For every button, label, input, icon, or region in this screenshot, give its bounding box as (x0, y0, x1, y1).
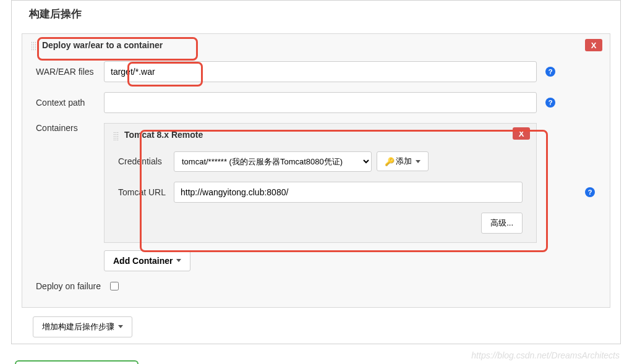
add-post-build-step-button[interactable]: 增加构建后操作步骤 (33, 316, 132, 337)
delete-step-button[interactable]: X (585, 39, 602, 51)
drag-handle-icon[interactable] (31, 41, 37, 50)
containers-row: Containers X Tomcat 8.x Remote Credentia… (22, 118, 610, 276)
war-files-label: WAR/EAR files (36, 67, 104, 77)
add-credentials-button[interactable]: 🔑 添加 (377, 151, 429, 171)
context-path-label: Context path (36, 98, 104, 108)
credentials-row: Credentials tomcat/****** (我的云服务器Tomcat8… (105, 146, 536, 177)
deploy-on-failure-row: Deploy on failure (22, 276, 610, 296)
help-icon[interactable]: ? (585, 187, 595, 197)
chevron-down-icon (118, 325, 123, 328)
deploy-on-failure-checkbox[interactable] (110, 282, 119, 290)
container-title-bar[interactable]: Tomcat 8.x Remote (105, 124, 536, 146)
help-icon[interactable]: ? (545, 67, 555, 77)
green-highlight-partial (15, 360, 139, 364)
key-icon: 🔑 (385, 157, 395, 166)
help-icon[interactable]: ? (545, 98, 555, 108)
context-path-row: Context path ? (22, 87, 610, 118)
add-cred-label: 添加 (396, 156, 412, 167)
credentials-label: Credentials (118, 156, 174, 166)
containers-content: X Tomcat 8.x Remote Credentials tomcat/*… (104, 123, 537, 271)
chevron-down-icon (176, 259, 181, 262)
chevron-down-icon (416, 160, 421, 163)
deploy-on-failure-label: Deploy on failure (36, 281, 110, 291)
tomcat-container-box: X Tomcat 8.x Remote Credentials tomcat/*… (104, 123, 537, 242)
tomcat-url-row: Tomcat URL (105, 177, 536, 208)
container-title: Tomcat 8.x Remote (124, 130, 203, 140)
watermark-text: https://blog.csdn.net/DreamsArchitects (471, 350, 620, 360)
section-title: 构建后操作 (29, 7, 620, 21)
drag-handle-icon[interactable] (113, 132, 119, 140)
tomcat-url-input[interactable] (174, 182, 523, 203)
deploy-title: Deploy war/ear to a container (42, 40, 163, 50)
add-container-button[interactable]: Add Container (104, 250, 190, 271)
deploy-container-step: X Deploy war/ear to a container WAR/EAR … (22, 33, 610, 308)
post-build-panel: 构建后操作 X Deploy war/ear to a container WA… (11, 0, 621, 344)
war-files-input[interactable] (104, 61, 537, 82)
containers-label: Containers (36, 123, 104, 133)
tomcat-url-label: Tomcat URL (118, 187, 174, 197)
advanced-button[interactable]: 高级... (481, 213, 523, 234)
deploy-header[interactable]: Deploy war/ear to a container (22, 34, 163, 56)
war-files-row: WAR/EAR files ? (22, 56, 610, 87)
credentials-select[interactable]: tomcat/****** (我的云服务器Tomcat8080凭证) (174, 151, 372, 172)
context-path-input[interactable] (104, 92, 537, 113)
